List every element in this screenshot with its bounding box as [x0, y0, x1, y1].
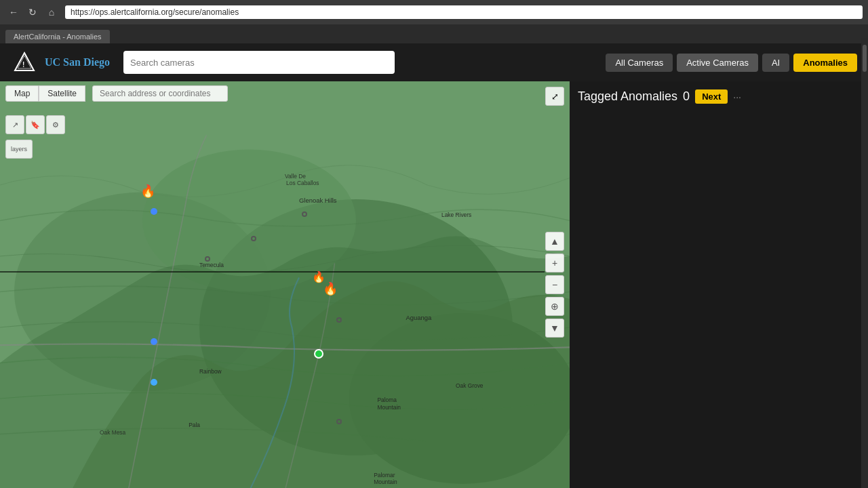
camera-search-bar[interactable]: [123, 51, 395, 74]
map-search-input[interactable]: [92, 85, 228, 102]
brand-name: UC San Diego: [45, 56, 110, 68]
nav-dots: ···: [733, 92, 741, 102]
map-mode-button[interactable]: Map: [5, 85, 39, 102]
address-bar[interactable]: https://ops.alertcalifornia.org/secure/a…: [65, 5, 863, 19]
map-top-bar: Map Satellite: [0, 81, 570, 106]
map-north-button[interactable]: ▲: [545, 232, 564, 251]
alertcalifornia-logo-icon: !: [11, 49, 38, 76]
svg-text:!: !: [22, 61, 24, 68]
svg-text:Pala: Pala: [189, 422, 200, 428]
map-layers-button[interactable]: layers: [5, 140, 33, 159]
browser-chrome: ← ↻ ⌂ https://ops.alertcalifornia.org/se…: [0, 0, 868, 24]
map-bookmark-button[interactable]: 🔖: [26, 115, 45, 134]
svg-text:Aguanga: Aguanga: [406, 314, 433, 322]
svg-text:Oak Grove: Oak Grove: [456, 382, 484, 389]
map-location-button[interactable]: ⊕: [545, 297, 564, 316]
next-button[interactable]: Next: [695, 89, 728, 104]
logo-area: ! UC San Diego: [11, 49, 110, 76]
back-button[interactable]: ←: [5, 4, 22, 20]
svg-text:Paloma: Paloma: [378, 396, 397, 403]
reload-button[interactable]: ↻: [24, 4, 41, 20]
tagged-anomalies-title: Tagged Anomalies: [578, 89, 677, 104]
home-button[interactable]: ⌂: [43, 4, 60, 20]
svg-text:Mountain: Mountain: [378, 404, 401, 411]
map-zoom-out-button[interactable]: −: [545, 275, 564, 294]
anomalies-count: 0: [683, 89, 690, 104]
map-terrain-svg: Glenoak Hills Valle De Los Caballos Lake…: [0, 81, 570, 488]
svg-text:Lake Rivers: Lake Rivers: [441, 211, 471, 218]
browser-tab[interactable]: AlertCalifornia - Anomalies: [5, 30, 110, 43]
map-section[interactable]: Glenoak Hills Valle De Los Caballos Lake…: [0, 81, 570, 488]
nav-buttons: All Cameras Active Cameras AI Anomalies: [606, 54, 857, 72]
map-share-button[interactable]: ↗: [5, 115, 24, 134]
search-input[interactable]: [130, 58, 388, 68]
right-scrollbar[interactable]: [861, 81, 868, 488]
map-zoom-in-button[interactable]: +: [545, 253, 564, 272]
svg-text:Oak Mesa: Oak Mesa: [100, 429, 126, 436]
svg-text:Palomar: Palomar: [374, 472, 395, 479]
map-right-controls: ▲ + − ⊕ ▼: [545, 232, 564, 338]
map-share-controls: ↗ 🔖 ⚙: [5, 115, 65, 134]
map-left-controls: ↗ 🔖 ⚙ layers: [5, 115, 65, 159]
map-scroll-down-button[interactable]: ▼: [545, 319, 564, 338]
anomalies-button[interactable]: Anomalies: [793, 54, 857, 72]
svg-text:Glenoak Hills: Glenoak Hills: [299, 197, 337, 204]
top-nav: ! UC San Diego All Cameras Active Camera…: [0, 43, 868, 81]
svg-text:Valle De: Valle De: [285, 173, 306, 180]
active-cameras-button[interactable]: Active Cameras: [677, 54, 758, 72]
svg-text:Temecula: Temecula: [199, 262, 224, 268]
tagged-anomalies-header: Tagged Anomalies 0 Next ···: [578, 89, 860, 104]
map-container[interactable]: Glenoak Hills Valle De Los Caballos Lake…: [0, 81, 570, 488]
satellite-mode-button[interactable]: Satellite: [39, 85, 85, 102]
svg-text:Mountain: Mountain: [374, 479, 397, 485]
url-text: https://ops.alertcalifornia.org/secure/a…: [71, 7, 239, 17]
map-settings-button[interactable]: ⚙: [46, 115, 65, 134]
all-cameras-button[interactable]: All Cameras: [606, 54, 673, 72]
app-container: ! UC San Diego All Cameras Active Camera…: [0, 43, 868, 488]
svg-text:Los Caballos: Los Caballos: [286, 180, 319, 186]
map-expand-button[interactable]: ⤢: [545, 87, 564, 106]
tabs-bar: AlertCalifornia - Anomalies: [0, 24, 868, 43]
right-panel: Tagged Anomalies 0 Next ···: [570, 81, 868, 488]
main-content: Glenoak Hills Valle De Los Caballos Lake…: [0, 81, 868, 488]
svg-text:Rainbow: Rainbow: [199, 368, 222, 375]
ai-button[interactable]: AI: [762, 54, 789, 72]
browser-nav: ← ↻ ⌂: [5, 4, 60, 20]
